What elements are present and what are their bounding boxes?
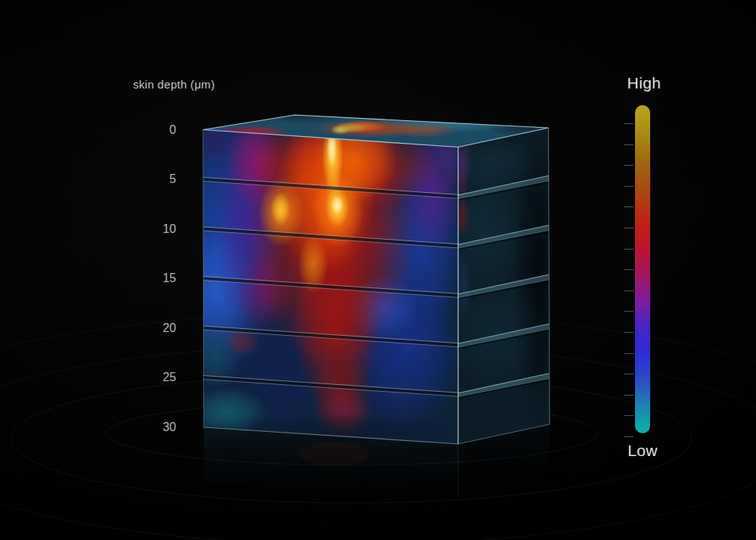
colorbar-tick [624, 186, 634, 187]
depth-tick-label-0: 0 [135, 123, 176, 138]
colorbar-tick [624, 165, 634, 166]
colorbar-tick [624, 269, 634, 270]
depth-tick-label-5: 5 [135, 172, 176, 187]
colorbar-tick [624, 395, 634, 396]
colorbar-high-label: High [611, 74, 677, 92]
colorbar-low-label: Low [609, 442, 676, 460]
depth-tick-label-25: 25 [135, 370, 176, 385]
depth-tick-label-30: 30 [135, 420, 176, 435]
colorbar-tick [624, 353, 634, 354]
depth-axis-label: skin depth (μm) [133, 78, 215, 91]
depth-tick-label-20: 20 [135, 321, 176, 336]
colorbar-gradient [635, 105, 650, 433]
colorbar-tick [624, 415, 634, 416]
figure-skin-depth-visualization: skin depth (μm) 051015202530 High Low [0, 0, 756, 540]
colorbar-tick [624, 374, 634, 374]
colorbar-tick [624, 290, 634, 291]
depth-tick-label-10: 10 [135, 222, 176, 237]
colorbar-tick [624, 332, 634, 333]
colorbar-tick [624, 436, 634, 437]
colorbar-tick [624, 144, 634, 145]
colorbar-tick [624, 311, 634, 312]
colorbar-tick [624, 206, 634, 207]
colorbar-tick [624, 123, 634, 124]
colorbar-tick [624, 249, 634, 250]
colorbar-tick [624, 228, 634, 228]
depth-tick-label-15: 15 [135, 271, 176, 286]
